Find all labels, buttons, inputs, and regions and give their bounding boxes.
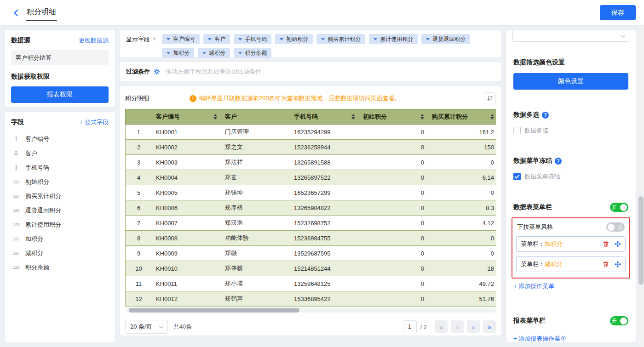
gear-icon[interactable]	[154, 68, 160, 75]
display-field-chip[interactable]: 客户	[203, 34, 230, 44]
table-row[interactable]: 5KH0005郑锡坤1652365729900	[126, 185, 496, 200]
menu-freeze-checkbox[interactable]	[513, 173, 521, 180]
table-row[interactable]: 6KH0006郑厚植1326598482208.3	[126, 200, 496, 216]
column-header[interactable]: 购买累计积分	[428, 109, 496, 125]
number-icon: 123	[11, 237, 21, 241]
datasource-name[interactable]: 客户积分结算	[11, 50, 109, 65]
table-row[interactable]: 12KH0012郑鹤声15336895422051.76	[126, 291, 496, 307]
multi-select-option[interactable]: 数据多选	[513, 126, 628, 135]
field-label: 手机号码	[25, 164, 49, 172]
display-field-chip[interactable]: 减积分	[198, 48, 230, 58]
sort-icon[interactable]	[351, 114, 355, 119]
chip-label: 减积分	[209, 49, 225, 57]
page-size-value: 20 条/页	[130, 323, 152, 331]
menu-bar-item[interactable]: 菜单栏：加积分	[516, 236, 626, 252]
field-item[interactable]: 123购买累计积分	[11, 189, 109, 203]
table-row[interactable]: 4KH0004郑玄1326589752206.14	[126, 170, 496, 185]
report-permission-button[interactable]: 报表权限	[11, 86, 109, 103]
table-cell: 16235294299	[290, 125, 359, 140]
column-header[interactable]: 手机号码	[290, 109, 359, 125]
dropdown-style-toggle[interactable]: 关	[606, 222, 625, 232]
move-icon[interactable]	[615, 261, 621, 267]
add-operation-menu-link[interactable]: + 添加操作菜单	[513, 282, 554, 290]
delete-icon[interactable]	[603, 261, 609, 267]
move-icon[interactable]	[615, 241, 621, 247]
prev-page-button[interactable]: ‹	[451, 320, 464, 333]
field-item[interactable]: 123加积分	[11, 232, 109, 246]
page-scrollbar[interactable]	[638, 25, 644, 347]
change-datasource-link[interactable]: 更改数据源	[79, 36, 109, 45]
page-scrollbar-thumb[interactable]	[638, 196, 644, 284]
field-item[interactable]: I客户编号	[11, 132, 109, 146]
help-icon[interactable]: ?	[542, 112, 549, 119]
add-report-menu-link[interactable]: + 添加报表操作菜单	[513, 335, 566, 342]
table-cell: 6	[126, 200, 152, 216]
table-cell: 0	[359, 231, 428, 246]
next-page-button[interactable]: ›	[467, 320, 480, 333]
field-label: 客户	[25, 149, 37, 158]
horizontal-scrollbar-thumb[interactable]	[129, 308, 299, 313]
sort-order-button[interactable]	[484, 92, 496, 104]
menu-freeze-label: 数据菜单冻结	[524, 172, 560, 181]
menu-bar-item[interactable]: 菜单栏：减积分	[516, 256, 626, 272]
last-page-button[interactable]: »	[483, 320, 496, 333]
display-field-chip[interactable]: 初始积分	[275, 34, 313, 44]
table-row[interactable]: 2KH0002郑之文152362589440150	[126, 140, 496, 155]
chip-label: 初始积分	[286, 35, 308, 43]
dropdown-triangle-icon	[321, 38, 325, 40]
display-field-chip[interactable]: 加积分	[162, 48, 194, 58]
table-row[interactable]: 7KH0007郑汉浩1523269875204.12	[126, 216, 496, 231]
dropdown-triangle-icon	[238, 52, 242, 54]
delete-icon[interactable]	[603, 241, 609, 247]
table-row[interactable]: 3KH0003郑法祥1326589158800	[126, 155, 496, 170]
display-field-chips: 客户编号客户手机号码初始积分购买累计积分累计使用积分退货退回积分加积分减积分积分…	[162, 34, 495, 58]
current-page-input[interactable]: 1	[403, 320, 417, 333]
display-field-chip[interactable]: 手机号码	[234, 34, 271, 44]
field-item[interactable]: I手机号码	[11, 160, 109, 175]
formula-field-link[interactable]: + 公式字段	[80, 118, 109, 126]
column-header[interactable]: 初始积分	[359, 109, 428, 125]
chip-label: 手机号码	[245, 35, 267, 43]
column-header[interactable]: 客户编号	[152, 109, 221, 125]
table-row[interactable]: 10KH0010郑肇骥15214851244018	[126, 261, 496, 276]
first-page-button[interactable]: «	[435, 320, 448, 333]
table-row[interactable]: 1KH0001门店管理162352942990161.2	[126, 125, 496, 140]
table-row[interactable]: 11KH0011郑小瑛13259648125049.72	[126, 276, 496, 291]
display-field-chip[interactable]: 购买累计积分	[316, 34, 365, 44]
table-cell: 郑锡坤	[221, 185, 290, 200]
table-row[interactable]: 8KH0008功能体验1523698475500	[126, 231, 496, 246]
display-field-chip[interactable]: 积分余额	[234, 48, 271, 58]
field-item[interactable]: 123初始积分	[11, 175, 109, 189]
report-menu-toggle[interactable]: 开	[610, 316, 628, 325]
table-cell: 10	[126, 261, 152, 276]
table-row[interactable]: 9KH0009郑融1352968759500	[126, 246, 496, 261]
field-item[interactable]: 123积分余额	[11, 260, 109, 274]
dropdown-triangle-icon	[374, 38, 377, 40]
field-item[interactable]: 123退货退回积分	[11, 203, 109, 217]
filter-drop-placeholder: 拖动左侧字段到此处来添加过滤条件	[166, 68, 261, 76]
field-item[interactable]: 客户	[11, 146, 109, 160]
field-item[interactable]: 123减积分	[11, 246, 109, 260]
field-item[interactable]: 123累计使用积分	[11, 217, 109, 232]
page-size-select[interactable]: 20 条/页	[125, 320, 168, 334]
sort-icon[interactable]	[420, 114, 424, 119]
table-menu-toggle[interactable]: 开	[610, 203, 628, 212]
field-label: 积分余额	[25, 263, 49, 272]
table-cell: KH0003	[152, 155, 221, 170]
display-field-chip[interactable]: 客户编号	[162, 34, 200, 44]
menu-freeze-option[interactable]: 数据菜单冻结	[513, 172, 628, 181]
field-label: 减积分	[25, 249, 43, 257]
back-button[interactable]	[12, 9, 20, 17]
multi-select-checkbox[interactable]	[513, 127, 521, 134]
color-settings-button[interactable]: 颜色设置	[513, 73, 628, 90]
display-field-chip[interactable]: 累计使用积分	[369, 34, 418, 44]
sort-icon[interactable]	[490, 114, 494, 119]
help-icon[interactable]: ?	[555, 158, 562, 165]
table-cell: 郑汉浩	[221, 216, 290, 231]
save-button[interactable]: 保存	[600, 5, 636, 20]
display-field-chip[interactable]: 退货退回积分	[421, 34, 470, 44]
sort-icon[interactable]	[213, 114, 217, 119]
settings-select[interactable]	[512, 30, 629, 42]
add-display-field-icon[interactable]: +	[153, 35, 156, 42]
horizontal-scrollbar[interactable]	[125, 308, 496, 313]
